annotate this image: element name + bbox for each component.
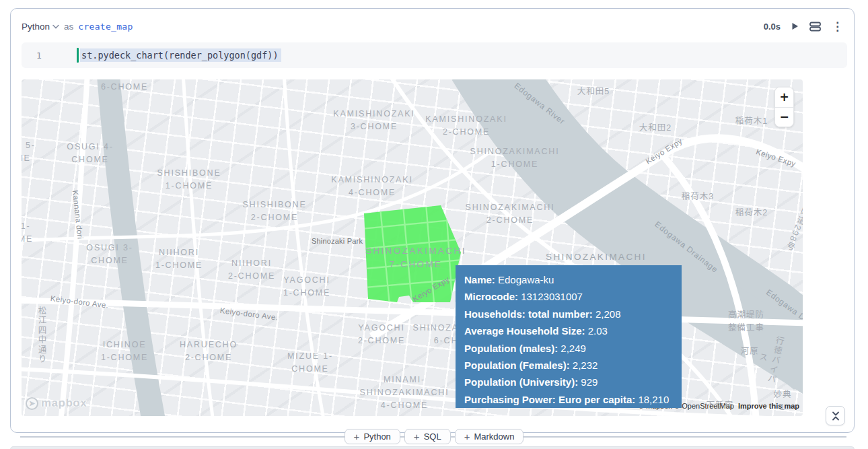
next-cell-top-edge xyxy=(10,446,855,449)
output-layout-button[interactable] xyxy=(809,22,821,32)
cell-language-label: Python xyxy=(22,22,50,32)
collapse-chevrons-icon xyxy=(830,411,841,421)
map-canvas[interactable]: 6-CHOME4-CHOMEOSUGI 5- CHOMEOSUGI 4- CHO… xyxy=(22,79,803,416)
improve-map-link[interactable]: Improve this map xyxy=(738,402,799,410)
plus-icon: + xyxy=(464,431,470,442)
play-icon xyxy=(791,22,799,30)
tooltip-row: Population (University): 929 xyxy=(464,374,673,390)
python-cell-card: Python as create_map 0.0s ⋮ xyxy=(10,8,855,433)
as-label: as xyxy=(64,22,73,32)
zoom-out-button[interactable]: − xyxy=(775,108,793,127)
map-tooltip: Name: Edogawa-kuMicrocode: 13123031007Ho… xyxy=(456,265,682,408)
chevron-down-icon xyxy=(52,24,59,29)
add-cell-buttons: +Python+SQL+Markdown xyxy=(0,429,868,444)
tooltip-row: Name: Edogawa-ku xyxy=(464,271,673,288)
tooltip-row: Population (Females): 2,232 xyxy=(464,357,673,374)
code-line[interactable]: st.pydeck_chart(render_polygon(gdf)) xyxy=(80,48,281,62)
stacked-output-icon xyxy=(809,22,821,32)
tooltip-row: Population (males): 2,249 xyxy=(464,340,673,357)
river-left xyxy=(97,79,166,416)
cell-language-dropdown[interactable]: Python xyxy=(22,22,59,32)
add-markdown-cell-button[interactable]: +Markdown xyxy=(455,429,524,444)
runtime-badge: 0.0s xyxy=(764,22,781,32)
tooltip-row: Households: total number: 2,208 xyxy=(464,306,673,322)
add-python-cell-button[interactable]: +Python xyxy=(345,429,400,444)
map-zoom-control: + − xyxy=(774,87,794,127)
code-editor[interactable]: 1 st.pydeck_chart(render_polygon(gdf)) xyxy=(22,42,847,68)
add-cell-row: +Python+SQL+Markdown xyxy=(0,429,868,444)
tooltip-row: Microcode: 13123031007 xyxy=(464,288,673,305)
cell-header: Python as create_map 0.0s ⋮ xyxy=(22,18,843,35)
run-cell-button[interactable] xyxy=(791,22,799,30)
tooltip-row: Average Household Size: 2.03 xyxy=(464,322,673,339)
add-cell-label: SQL xyxy=(424,431,441,442)
collapse-output-button[interactable] xyxy=(826,406,845,425)
add-cell-label: Markdown xyxy=(474,431,514,442)
tooltip-row: Purchasing Power: Euro per capita: 18,21… xyxy=(464,391,673,408)
notebook-page: Python as create_map 0.0s ⋮ xyxy=(0,0,868,449)
plus-icon: + xyxy=(354,431,360,442)
plus-icon: + xyxy=(414,431,420,442)
add-sql-cell-button[interactable]: +SQL xyxy=(404,429,451,444)
more-options-button[interactable]: ⋮ xyxy=(832,21,843,32)
text-cursor xyxy=(77,48,79,63)
add-cell-label: Python xyxy=(363,431,390,442)
line-number: 1 xyxy=(22,50,57,61)
cell-name[interactable]: create_map xyxy=(78,22,133,32)
zoom-in-button[interactable]: + xyxy=(775,88,793,107)
map-base-layer xyxy=(22,79,803,416)
